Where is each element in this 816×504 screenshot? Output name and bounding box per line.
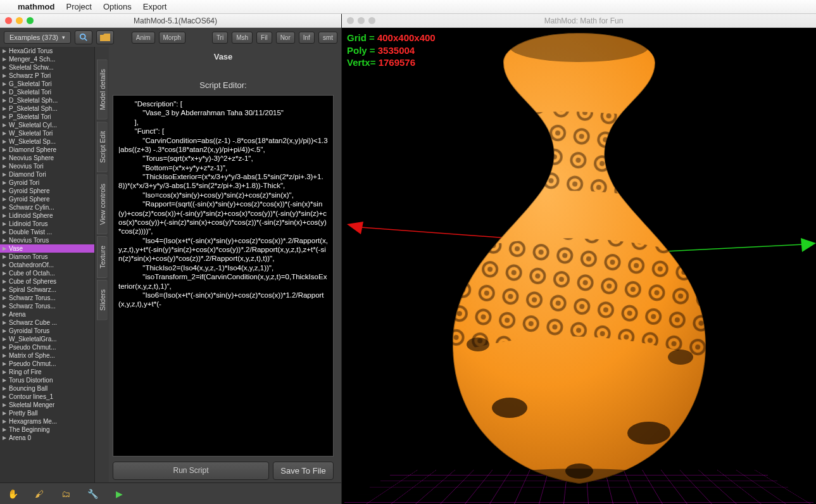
folder-icon[interactable] (96, 30, 114, 44)
wrench-icon[interactable]: 🔧 (86, 488, 99, 500)
tree-item[interactable]: ▶Arena (0, 310, 94, 318)
hand-icon[interactable]: ✋ (6, 488, 19, 500)
tree-item[interactable]: ▶D_Skeletal Tori (0, 88, 94, 96)
tree-item-label: G_Skeletal Tori (9, 80, 52, 87)
tab-script-edit[interactable]: Script Edit (97, 122, 108, 172)
tree-item[interactable]: ▶Gyroidal Torus (0, 327, 94, 335)
tree-item[interactable]: ▶W_SkeletalGra... (0, 335, 94, 343)
tree-item[interactable]: ▶P_Skeletal Sph... (0, 104, 94, 113)
brush-icon[interactable]: 🖌 (33, 488, 46, 500)
mode-smt[interactable]: smt (318, 32, 337, 44)
tree-item[interactable]: ▶Double Twist ... (0, 228, 94, 236)
tree-item[interactable]: ▶Schwarz Cylin... (0, 203, 94, 211)
search-icon[interactable] (75, 30, 92, 44)
tree-item-label: Arena (9, 311, 26, 318)
tree-item[interactable]: ▶Diamond Sphere (0, 146, 94, 154)
close-icon[interactable] (5, 17, 12, 24)
tree-item[interactable]: ▶Matrix of Sphe... (0, 351, 94, 360)
tree-item[interactable]: ▶Gyroid Tori (0, 179, 94, 187)
tree-item[interactable]: ▶Schwarz Torus... (0, 302, 94, 310)
tree-item-label: Gyroid Sphere (9, 187, 49, 194)
tree-item[interactable]: ▶W_Skeletal Sp... (0, 137, 94, 146)
tree-item[interactable]: ▶D_Skeletal Sph... (0, 96, 94, 104)
examples-tree[interactable]: ▶HexaGrid Torus▶Menger_4 Sch...▶Skeletal… (0, 47, 95, 482)
tree-item[interactable]: ▶Skeletal Schw... (0, 63, 94, 72)
tree-item[interactable]: ▶Lidinoid Torus (0, 220, 94, 228)
side-tabs: Model details Script Edit View controls … (95, 47, 109, 482)
tree-item[interactable]: ▶P_Skeletal Tori (0, 113, 94, 121)
tree-item[interactable]: ▶Diamon Torus (0, 253, 94, 261)
layers-icon[interactable]: 🗂 (60, 488, 72, 500)
tree-item[interactable]: ▶Spiral Schwarz... (0, 286, 94, 294)
tree-item[interactable]: ▶W_Skeletal Cyl... (0, 121, 94, 129)
tree-item[interactable]: ▶Skeletal Menger (0, 401, 94, 409)
tree-item[interactable]: ▶Vase (0, 244, 94, 253)
script-editor[interactable]: "Description": [ "Vase_3 by Abderrahman … (113, 95, 334, 457)
disclosure-triangle-icon: ▶ (3, 377, 9, 383)
tree-item[interactable]: ▶Contour lines_1 (0, 393, 94, 401)
minimize-icon[interactable] (16, 17, 23, 24)
tree-item[interactable]: ▶Lidinoid Sphere (0, 211, 94, 220)
mac-menubar[interactable]: mathmod Project Options Export (0, 0, 816, 14)
tree-item[interactable]: ▶Diamond Tori (0, 170, 94, 179)
tree-item[interactable]: ▶Cube of Octah... (0, 269, 94, 277)
morph-button[interactable]: Morph (159, 32, 185, 44)
viewport-titlebar[interactable]: MathMod: Math for Fun (342, 14, 816, 28)
tree-item[interactable]: ▶Schwarz P Tori (0, 72, 94, 80)
tree-item[interactable]: ▶G_Skeletal Tori (0, 80, 94, 88)
tree-item[interactable]: ▶The Beginning (0, 425, 94, 434)
tree-item-label: The Beginning (9, 426, 50, 433)
tree-item[interactable]: ▶Menger_4 Sch... (0, 55, 94, 63)
maximize-icon[interactable] (368, 17, 375, 24)
play-icon[interactable]: ▶ (113, 488, 125, 500)
tree-item[interactable]: ▶Hexagrams Me... (0, 417, 94, 425)
menu-project[interactable]: Project (66, 2, 92, 11)
app-menu[interactable]: mathmod (18, 2, 55, 11)
examples-dropdown[interactable]: Examples (373) ▾ (4, 31, 71, 44)
tree-item[interactable]: ▶HexaGrid Torus (0, 47, 94, 55)
tree-item[interactable]: ▶Arena 0 (0, 434, 94, 442)
save-to-file-button[interactable]: Save To File (273, 462, 334, 480)
tab-sliders[interactable]: Sliders (97, 280, 108, 320)
menu-export[interactable]: Export (143, 2, 167, 11)
mode-msh[interactable]: Msh (232, 32, 253, 44)
tree-item[interactable]: ▶Neovius Torus (0, 236, 94, 244)
tree-item[interactable]: ▶Ring of Fire (0, 368, 94, 376)
tree-item[interactable]: ▶Gyroid Sphere (0, 195, 94, 203)
disclosure-triangle-icon: ▶ (3, 65, 9, 70)
tree-item[interactable]: ▶Bouncing Ball (0, 384, 94, 393)
tree-item-label: Contour lines_1 (9, 393, 53, 400)
chevron-down-icon: ▾ (62, 34, 65, 41)
mode-tri[interactable]: Tri (212, 32, 228, 44)
tree-item[interactable]: ▶Cube of Spheres (0, 277, 94, 286)
vertx-label: Vertx= (347, 57, 375, 68)
tab-model-details[interactable]: Model details (97, 60, 108, 120)
mode-nor[interactable]: Nor (276, 32, 295, 44)
anim-button[interactable]: Anim (132, 32, 155, 44)
tree-item[interactable]: ▶Pseudo Chmut... (0, 360, 94, 368)
tree-item[interactable]: ▶Schwarz Torus... (0, 294, 94, 302)
tree-item[interactable]: ▶Torus Distortion (0, 376, 94, 384)
poly-label: Poly = (347, 45, 375, 56)
tree-item[interactable]: ▶Pretty Ball (0, 409, 94, 417)
tree-item[interactable]: ▶W_Skeletal Tori (0, 129, 94, 137)
tree-item[interactable]: ▶Neovius Sphere (0, 154, 94, 162)
mode-fil[interactable]: Fil (256, 32, 272, 44)
disclosure-triangle-icon: ▶ (3, 361, 9, 367)
tree-item[interactable]: ▶Pseudo Chmut... (0, 343, 94, 351)
tree-item[interactable]: ▶OctahedronOf... (0, 261, 94, 269)
viewport-3d[interactable]: Grid = 400x400x400 Poly = 3535004 Vertx=… (342, 28, 816, 504)
tab-view-controls[interactable]: View controls (97, 174, 108, 234)
editor-titlebar[interactable]: MathMod-5.1(MacOS64) (0, 14, 341, 28)
close-icon[interactable] (347, 17, 354, 24)
tree-item[interactable]: ▶Schwarz Cube ... (0, 318, 94, 327)
menu-options[interactable]: Options (103, 2, 132, 11)
mode-inf[interactable]: Inf (299, 32, 315, 44)
tree-item[interactable]: ▶Gyroid Sphere (0, 187, 94, 195)
tree-item[interactable]: ▶Neovius Tori (0, 162, 94, 170)
maximize-icon[interactable] (27, 17, 34, 24)
tree-item-label: Torus Distortion (9, 377, 53, 384)
tab-texture[interactable]: Texture (97, 236, 108, 278)
run-script-button[interactable]: Run Script (113, 462, 269, 480)
minimize-icon[interactable] (358, 17, 365, 24)
